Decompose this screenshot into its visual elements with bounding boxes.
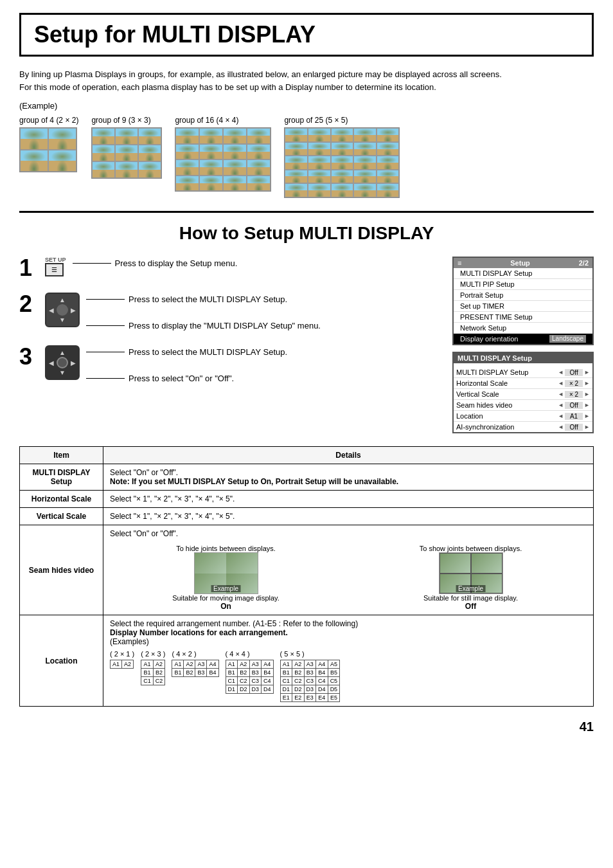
seam-on-sub: Suitable for moving image display. <box>172 594 280 602</box>
nav-remote-icon: ◀ ▶ ▲ ▼ <box>45 293 80 327</box>
cell <box>92 128 115 145</box>
cell <box>308 128 331 142</box>
cell <box>223 176 247 192</box>
loc-cell: D3 <box>304 685 316 694</box>
step-3-number: 3 <box>19 345 39 368</box>
loc-5x5-grid: A1 A2 A3 A4 A5 B1 B2 B3 B4 <box>280 660 341 702</box>
menu-item-5[interactable]: Network Setup <box>454 323 592 334</box>
loc-4x4: ( 4 × 4 ) A1 A2 A3 A4 B1 B2 B3 <box>226 650 274 694</box>
sub-item-0-left-arrow[interactable]: ◄ <box>558 369 564 375</box>
sub-menu-item-0[interactable]: MULTI DISPLAY Setup ◄ Off ► <box>454 367 592 378</box>
loc-cell: A3 <box>195 660 207 669</box>
scell <box>440 553 471 574</box>
loc-cell: C2 <box>153 677 165 685</box>
location-bold-text: Display Number locations for each arrang… <box>110 628 587 637</box>
step-1-number: 1 <box>19 257 39 280</box>
cell <box>247 144 271 160</box>
menu-item-4[interactable]: PRESENT TIME Setup <box>454 312 592 323</box>
cell <box>331 128 354 142</box>
loc-cell: B2 <box>238 669 250 677</box>
table-row-horizontal: Horizontal Scale Select "× 1", "× 2", "×… <box>20 491 594 508</box>
sub-item-3-right-arrow[interactable]: ► <box>584 402 590 408</box>
sub-item-4-right-arrow[interactable]: ► <box>584 413 590 419</box>
seam-on-badge: Example <box>211 585 241 592</box>
loc-cell: B1 <box>226 669 238 677</box>
seam-off-image: Example <box>439 552 503 594</box>
loc-cell: A5 <box>328 660 340 669</box>
menu-header-icon: ≡ <box>458 259 461 267</box>
cell <box>115 128 138 145</box>
cell <box>285 128 308 142</box>
loc-cell: D1 <box>226 685 238 694</box>
sub-item-2-label: Vertical Scale <box>456 390 499 398</box>
intro-text: By lining up Plasma Displays in groups, … <box>19 68 594 93</box>
loc-cell: A4 <box>316 660 328 669</box>
sub-item-1-right-arrow[interactable]: ► <box>584 380 590 386</box>
row-details-location: Select the required arrangement number. … <box>103 615 594 707</box>
nav-remote-icon-2: ◀ ▶ ▲ ▼ <box>45 345 80 380</box>
sub-item-5-right-arrow[interactable]: ► <box>584 424 590 430</box>
setup-button-icon: ☰ <box>45 263 64 276</box>
loc-cell: A2 <box>292 660 305 669</box>
menu-item-6[interactable]: Display orientation Landscape <box>454 334 592 344</box>
sub-item-0-right-arrow[interactable]: ► <box>584 369 590 375</box>
menu-item-0[interactable]: MULTI DISPLAY Setup <box>454 268 592 279</box>
caption-4x4: group of 16 (4 × 4) <box>175 116 238 125</box>
example-4x4: group of 16 (4 × 4) <box>175 116 271 192</box>
details-table: Item Details MULTI DISPLAY Setup Select … <box>19 446 594 707</box>
nav-up-icon-2: ▲ <box>59 349 66 356</box>
cell <box>377 128 400 142</box>
nav-center-icon-2 <box>57 357 68 368</box>
sub-menu-item-2[interactable]: Vertical Scale ◄ × 2 ► <box>454 389 592 400</box>
sub-menu-item-1[interactable]: Horizontal Scale ◄ × 2 ► <box>454 378 592 389</box>
seam-off-caption: To show joints between displays. <box>420 545 522 552</box>
loc-cell: D2 <box>238 685 250 694</box>
sub-item-2-left-arrow[interactable]: ◄ <box>558 391 564 397</box>
loc-cell: A4 <box>207 660 218 669</box>
loc-cell: E3 <box>304 694 316 702</box>
loc-cell: C2 <box>238 677 250 685</box>
menu-column: ≡ Setup 2/2 MULTI DISPLAY Setup MULTI PI… <box>452 257 594 433</box>
loc-cell: E1 <box>280 694 292 702</box>
seam-on-col: To hide joints between displays. Example… <box>110 545 342 611</box>
step-2: 2 ◀ ▶ ▲ ▼ Press to select the MULTI DISP… <box>19 293 440 332</box>
multi-display-note: Note: If you set MULTI DISPLAY Setup to … <box>110 477 398 486</box>
sub-menu-item-3[interactable]: Seam hides video ◄ Off ► <box>454 400 592 411</box>
nav-right-icon: ▶ <box>71 307 76 314</box>
loc-cell: B2 <box>292 669 305 677</box>
menu-item-2[interactable]: Portrait Setup <box>454 290 592 301</box>
step-3: 3 ◀ ▶ ▲ ▼ Press to select the MULTI DISP… <box>19 345 440 385</box>
loc-cell: A4 <box>262 660 274 669</box>
sub-item-3-left-arrow[interactable]: ◄ <box>558 402 564 408</box>
cell <box>223 144 247 160</box>
cell <box>377 156 400 170</box>
setup-label: SET UP <box>45 257 66 263</box>
sub-item-5-left-arrow[interactable]: ◄ <box>558 424 564 430</box>
cell <box>175 128 199 144</box>
cell <box>331 183 354 197</box>
cell <box>331 142 354 156</box>
loc-cell: B3 <box>249 669 262 677</box>
setup-menu-page: 2/2 <box>579 259 589 267</box>
sub-item-4-left-arrow[interactable]: ◄ <box>558 413 564 419</box>
cell <box>247 159 271 176</box>
table-row-seam: Seam hides video Select "On" or "Off". T… <box>20 525 594 615</box>
step-1-text: Press to display the Setup menu. <box>73 258 238 268</box>
sub-item-2-right-arrow[interactable]: ► <box>584 391 590 397</box>
nav-down-icon: ▼ <box>59 316 66 323</box>
sub-item-3-label: Seam hides video <box>456 401 512 409</box>
sub-menu-item-4[interactable]: Location ◄ A1 ► <box>454 411 592 422</box>
cell <box>115 145 138 161</box>
sub-menu-item-5[interactable]: AI-synchronization ◄ Off ► <box>454 422 592 432</box>
sub-item-1-left-arrow[interactable]: ◄ <box>558 380 564 386</box>
menu-item-1[interactable]: MULTI PIP Setup <box>454 279 592 290</box>
cell <box>353 170 377 184</box>
cell <box>285 142 308 156</box>
sub-item-4-label: Location <box>456 412 483 420</box>
cell <box>308 156 331 170</box>
cell <box>223 128 247 144</box>
loc-cell: C1 <box>141 677 154 685</box>
caption-3x3: group of 9 (3 × 3) <box>91 116 150 125</box>
menu-item-3[interactable]: Set up TIMER <box>454 301 592 312</box>
step-2-text-1: Press to select the MULTI DISPLAY Setup. <box>86 294 321 304</box>
